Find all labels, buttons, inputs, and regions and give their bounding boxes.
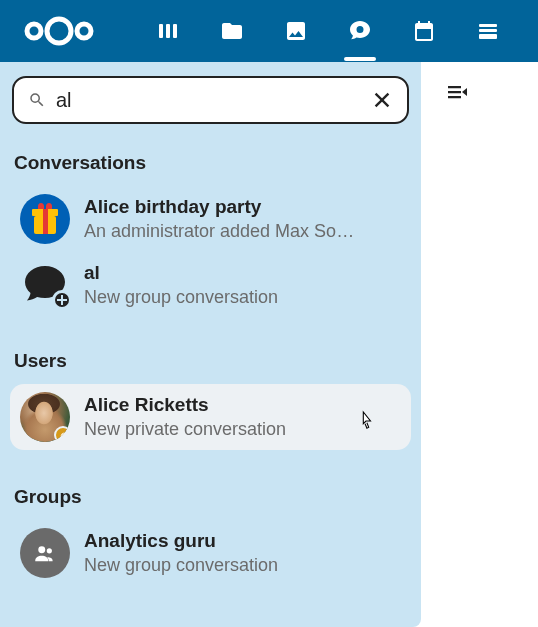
- svg-point-11: [38, 546, 45, 553]
- svg-point-2: [77, 24, 91, 38]
- conversation-title: Alice birthday party: [84, 195, 401, 220]
- search-box[interactable]: [12, 76, 409, 124]
- photos-icon[interactable]: [282, 17, 310, 45]
- away-status-icon: [54, 426, 70, 442]
- section-header-users: Users: [10, 340, 411, 384]
- files-icon[interactable]: [218, 17, 246, 45]
- group-icon: [20, 528, 70, 578]
- conversation-item[interactable]: Alice birthday party An administrator ad…: [10, 186, 411, 252]
- section-header-groups: Groups: [10, 476, 411, 520]
- clear-search-icon[interactable]: [371, 89, 393, 111]
- svg-point-0: [27, 24, 41, 38]
- group-subtitle: New group conversation: [84, 554, 401, 577]
- svg-point-12: [47, 548, 52, 553]
- new-group-item[interactable]: al New group conversation: [10, 252, 411, 318]
- user-subtitle: New private conversation: [84, 418, 401, 441]
- conversation-search-sidebar: Conversations Alice birthday party An ad…: [0, 62, 421, 627]
- svg-point-1: [47, 19, 71, 43]
- deck-icon[interactable]: [474, 17, 502, 45]
- svg-rect-7: [479, 29, 497, 32]
- svg-rect-8: [479, 34, 497, 39]
- user-title: Alice Ricketts: [84, 393, 401, 418]
- search-input[interactable]: [56, 89, 371, 112]
- section-header-conversations: Conversations: [10, 142, 411, 186]
- svg-rect-6: [479, 24, 497, 27]
- gift-icon: [20, 194, 70, 244]
- svg-rect-4: [166, 24, 170, 38]
- search-icon: [28, 91, 46, 109]
- user-item[interactable]: Alice Ricketts New private conversation: [10, 384, 411, 450]
- svg-rect-5: [173, 24, 177, 38]
- new-group-subtitle: New group conversation: [84, 286, 401, 309]
- main-content-area: [421, 62, 538, 627]
- calendar-icon[interactable]: [410, 17, 438, 45]
- svg-rect-3: [159, 24, 163, 38]
- dashboard-icon[interactable]: [154, 17, 182, 45]
- user-avatar: [20, 392, 70, 442]
- conversation-subtitle: An administrator added Max So…: [84, 220, 401, 243]
- group-item[interactable]: Analytics guru New group conversation: [10, 520, 411, 586]
- top-navigation-bar: [0, 0, 538, 62]
- talk-icon[interactable]: [346, 17, 374, 45]
- group-title: Analytics guru: [84, 529, 401, 554]
- chat-plus-icon: [20, 260, 70, 310]
- nextcloud-logo[interactable]: [20, 12, 98, 50]
- new-group-title: al: [84, 261, 401, 286]
- collapse-sidebar-button[interactable]: [445, 80, 469, 104]
